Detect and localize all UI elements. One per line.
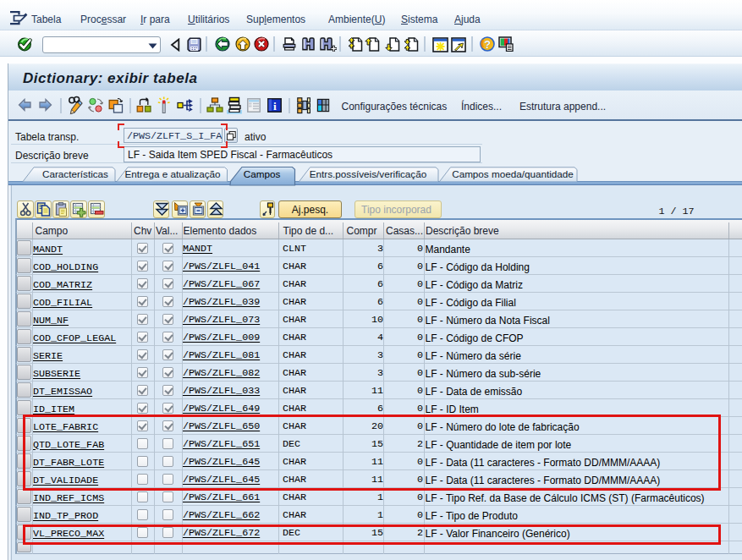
svg-text:Campos moeda/quantidade: Campos moeda/quantidade xyxy=(452,168,574,179)
svg-text:Entrs.possíveis/verificação: Entrs.possíveis/verificação xyxy=(310,168,427,179)
svg-text:Entrega e atualização: Entrega e atualização xyxy=(124,168,221,179)
svg-text:i: i xyxy=(273,100,277,113)
svg-text:?: ? xyxy=(484,38,491,51)
svg-text:Características: Características xyxy=(42,168,108,179)
svg-text:Campos: Campos xyxy=(244,168,281,179)
